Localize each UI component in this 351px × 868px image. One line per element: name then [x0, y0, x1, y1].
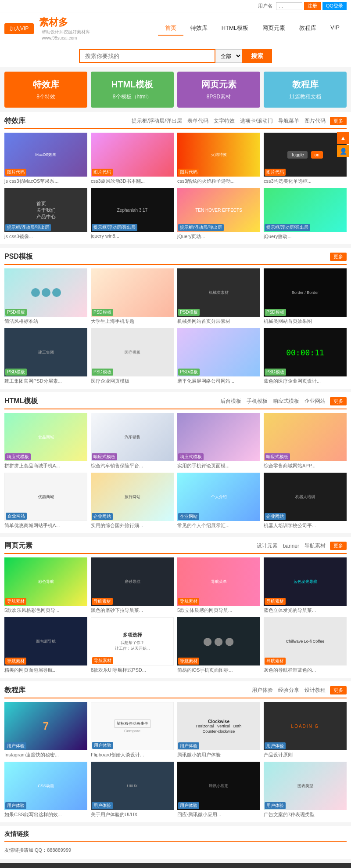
tab-backend[interactable]: 后台模板 [220, 398, 241, 405]
search-category-select[interactable]: 全部 [215, 49, 242, 63]
search-input[interactable] [79, 49, 215, 63]
password-input[interactable] [276, 2, 302, 10]
html-item-2[interactable]: 汽车销售响应式模板 综合汽车销售保险平台... [91, 413, 174, 469]
nav-tutorial[interactable]: 教程库 [292, 22, 323, 36]
tab-ux[interactable]: 用户体验 [252, 687, 273, 694]
effects-item-3[interactable]: 火焰特效图片代码 css3酷炫的火焰粒子游动... [177, 133, 260, 184]
logo-subtitle: 帮助设计师挖掘好素材库 www.98sucai.com [42, 29, 90, 41]
tutorial-item-2[interactable]: 望标移停动画事件Compare用户体验 Flipboard创始人谈设计... [91, 702, 174, 758]
effects-section: 特效库 提示框/浮动层/弹出层 表单代码 文字特效 选项卡/滚动门 导航菜单 图… [0, 112, 351, 244]
webelements-more-button[interactable]: 更多 [330, 542, 347, 550]
tutorial-item-6[interactable]: UI/UX用户体验 关于用户体验的UI/UX [91, 762, 174, 818]
psd-item-3[interactable]: 机械类素材PSD模板 机械类网站首页分层素材 [177, 268, 260, 325]
effects-item-7[interactable]: TEN HOVER EFFECTS提示框/浮动层/弹出层 jQuery页动... [177, 188, 260, 240]
effects-item-4[interactable]: Toggleon图片代码 css3均选美化单选框... [264, 133, 347, 184]
nav-vip[interactable]: VIP [323, 22, 347, 36]
webelement-item-4[interactable]: 蓝色发光导航导航素材 蓝色立体发光的导航菜... [264, 557, 347, 614]
vip-button[interactable]: 加入VIP [4, 23, 34, 34]
tutorial-item-8[interactable]: 图表类型用户体验 广告文案的7种表现类型 [264, 762, 347, 818]
webelement-item-7[interactable]: ⬤ ⬤ ⬤导航素材 简易的iOS手机页面图标... [177, 617, 260, 673]
webelement-item-6[interactable]: 多项选择我想帮了你？让工作：从天开始...导航素材 8款欢乐UI导航样式PSD.… [91, 617, 174, 673]
main-navigation: 首页 特效库 HTML模板 网页元素 教程库 VIP [158, 22, 347, 36]
html-tabs: 后台模板 手机模板 响应式模板 企业网站 [220, 398, 326, 405]
psd-item-4[interactable]: Border / BorderPSD模板 机械类网站首页效果图 [264, 268, 347, 325]
html-grid-row1: 食品商城响应式模板 拼拼拼上食品商城手机A... 汽车销售响应式模板 综合汽车销… [4, 413, 347, 469]
search-bar: 全部 搜索 [0, 45, 351, 67]
html-item-7[interactable]: 个人介绍企业网站 常见的个人个绍展示汇... [177, 473, 260, 529]
logo-area: 加入VIP 素材多 帮助设计师挖掘好素材库 www.98sucai.com [4, 16, 90, 41]
tab-nav-materials[interactable]: 导航素材 [304, 542, 326, 550]
psd-item-1[interactable]: PSD模板 简洁风格标准站 [4, 268, 87, 325]
tab-responsive[interactable]: 响应式模板 [273, 398, 299, 405]
banner-cat-html[interactable]: HTML模板 8个模板（html） [91, 72, 174, 108]
tutorial-item-5[interactable]: CSS动画用户体验 如果CSS能写出这样的效... [4, 762, 87, 818]
nav-elements[interactable]: 网页元素 [255, 22, 292, 36]
webelement-item-1[interactable]: 彩色导航导航素材 5款欢乐风格彩色网页导... [4, 557, 87, 614]
html-item-3[interactable]: 响应式模板 实用的手机评论页面模... [177, 413, 260, 469]
psd-more-button[interactable]: 更多 [330, 253, 347, 261]
webelement-item-3[interactable]: 导航菜单导航素材 5款立体质感的网页导航... [177, 557, 260, 614]
tab-mobile[interactable]: 手机模板 [247, 398, 268, 405]
banner-cat-tutorial[interactable]: 教程库 11篇教程文档 [264, 72, 347, 108]
html-more-button[interactable]: 更多 [330, 397, 347, 405]
tab-nav[interactable]: 导航菜单 [278, 117, 299, 125]
html-item-6[interactable]: 旅行网站企业网站 实用的综合国外旅行须... [91, 473, 174, 529]
effects-header: 特效库 提示框/浮动层/弹出层 表单代码 文字特效 选项卡/滚动门 导航菜单 图… [4, 116, 347, 129]
webelements-section: 网页元素 设计元素 banner 导航素材 更多 彩色导航导航素材 5款欢乐风格… [0, 537, 351, 678]
effects-item-5[interactable]: 首页关于我们产品中心提示框/浮动层/弹出层 js css3镜像... [4, 188, 87, 240]
nav-home[interactable]: 首页 [158, 22, 183, 36]
nav-effects[interactable]: 特效库 [183, 22, 215, 36]
tab-design-tutorial[interactable]: 设计教程 [304, 687, 326, 694]
tab-design-elements[interactable]: 设计元素 [257, 542, 278, 550]
tutorial-item-7[interactable]: 腾讯小应用用户体验 回应·腾讯微小应用... [177, 762, 260, 818]
tab-enterprise[interactable]: 企业网站 [304, 398, 326, 405]
psd-item-7[interactable]: PSD模板 磨平化展屏网络公司网站... [177, 328, 260, 384]
banner-cat-elements[interactable]: 网页元素 8PSD素材 [177, 72, 260, 108]
psd-item-6[interactable]: 医疗模板PSD模板 医疗企业网页模板 [91, 328, 174, 384]
tab-form[interactable]: 表单代码 [187, 117, 208, 125]
effects-item-2[interactable]: 图片代码 css3旋风吹动3D书本翻... [91, 133, 174, 184]
webelement-item-2[interactable]: 磨砂导航导航素材 黑色的磨砂下拉导航菜... [91, 557, 174, 614]
tab-tooltip[interactable]: 提示框/浮动层/弹出层 [132, 117, 182, 125]
tutorial-item-1[interactable]: 7用户体验 Instagram速度快的秘密... [4, 702, 87, 758]
tutorial-more-button[interactable]: 更多 [330, 686, 347, 694]
effects-more-button[interactable]: 更多 [330, 117, 347, 125]
qq-login-button[interactable]: QQ登录 [322, 2, 347, 10]
effects-item-1[interactable]: MacOS效果图片代码 js css3仿MacOS苹果系... [4, 133, 87, 184]
logo: 素材多 [39, 16, 90, 29]
webelement-item-8[interactable]: Chillwave Lo-fi Coffee导航素材 灰色的导航栏带蓝色的... [264, 617, 347, 673]
tab-text[interactable]: 文字特效 [214, 117, 235, 125]
html-item-1[interactable]: 食品商城响应式模板 拼拼拼上食品商城手机A... [4, 413, 87, 469]
webelement-item-5[interactable]: 面包屑导航导航素材 精美的网页面包屑导航... [4, 617, 87, 673]
tab-banner[interactable]: banner [283, 543, 299, 549]
psd-grid-row1: PSD模板 简洁风格标准站 PSD模板 大学生上海手机专题 机械类素材PSD模板… [4, 268, 347, 325]
effects-item-8[interactable]: 提示框/浮动层/弹出层 jQuery侧动... [264, 188, 347, 240]
register-button[interactable]: 注册 [304, 2, 321, 10]
friend-links-section: 友情链接 友情链接请加 QQ：888889999 [0, 826, 351, 859]
psd-item-8[interactable]: 00:00:11PSD模板 蓝色的医疗企业网页设计... [264, 328, 347, 384]
tutorial-section: 教程库 用户体验 经验分享 设计教程 更多 7用户体验 Instagram速度快… [0, 681, 351, 822]
tab-experience[interactable]: 经验分享 [278, 687, 299, 694]
html-section: HTML模板 后台模板 手机模板 响应式模板 企业网站 更多 食品商城响应式模板… [0, 392, 351, 533]
tutorial-title: 教程库 [4, 686, 25, 695]
nav-html[interactable]: HTML模板 [215, 22, 255, 36]
webelements-grid-row1: 彩色导航导航素材 5款欢乐风格彩色网页导... 磨砂导航导航素材 黑色的磨砂下拉… [4, 557, 347, 614]
tutorial-item-4[interactable]: LOADIN G用户体验 产品设计原则 [264, 702, 347, 758]
html-item-5[interactable]: 优惠商城企业网站 简单优惠商城网站手机A... [4, 473, 87, 529]
tab-img[interactable]: 图片代码 [304, 117, 326, 125]
html-item-8[interactable]: 机器人培训企业网站 机器人培训学校公司平... [264, 473, 347, 529]
psd-item-5[interactable]: 建工集团PSD模板 建工集团官网PSD分层素... [4, 328, 87, 384]
psd-item-2[interactable]: PSD模板 大学生上海手机专题 [91, 268, 174, 325]
search-button[interactable]: 搜索 [242, 49, 272, 63]
scroll-top-button[interactable]: ▲ [337, 132, 349, 144]
user-icon-button[interactable]: 👤 [337, 145, 349, 157]
top-bar: 用户名 注册 QQ登录 [0, 0, 351, 12]
banner-cat-effects[interactable]: 特效库 8个特效 [4, 72, 87, 108]
tab-tab[interactable]: 选项卡/滚动门 [240, 117, 273, 125]
webelements-grid-row2: 面包屑导航导航素材 精美的网页面包屑导航... 多项选择我想帮了你？让工作：从天… [4, 617, 347, 673]
header: 加入VIP 素材多 帮助设计师挖掘好素材库 www.98sucai.com 首页… [0, 12, 351, 45]
effects-item-6[interactable]: Zephaniah 3:17提示框/浮动层/弹出层 jquery win8... [91, 188, 174, 240]
psd-title: PSD模板 [4, 252, 33, 261]
tutorial-item-3[interactable]: ClockwiseHorizontal Vertical BothCounter… [177, 702, 260, 758]
html-item-4[interactable]: 响应式模板 综合零售商城网站APP... [264, 413, 347, 469]
